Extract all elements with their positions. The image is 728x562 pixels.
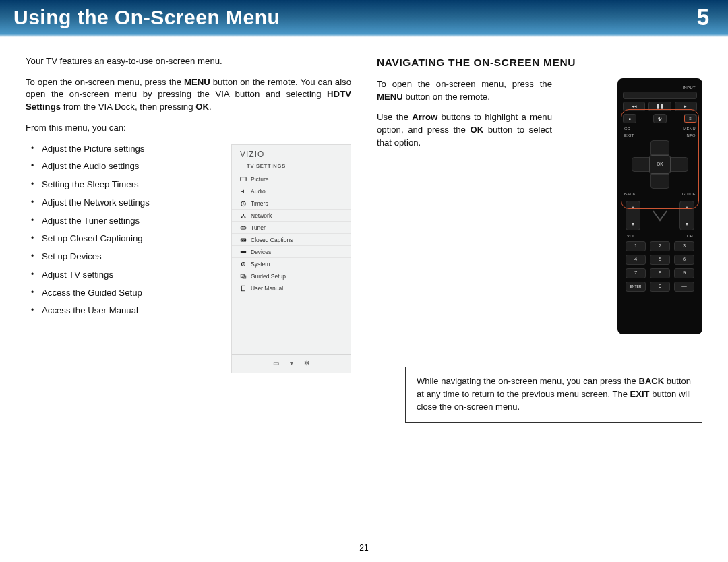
- page-number: 21: [0, 543, 728, 553]
- list-intro: From this menu, you can:: [26, 122, 351, 135]
- feature-list: Adjust the Picture settings Adjust the A…: [26, 143, 219, 317]
- tv-settings-panel: VIZIO TV SETTINGS Picture Audio Timers N…: [231, 144, 351, 373]
- power-button: ⏻: [653, 114, 667, 123]
- note-box: While navigating the on-screen menu, you…: [405, 367, 702, 423]
- devices-icon: [240, 249, 247, 255]
- chapter-header: Using the On-Screen Menu 5: [0, 0, 728, 37]
- list-item: Setting the Sleep Timers: [42, 179, 219, 191]
- channel-rocker: ▴▾: [679, 201, 694, 230]
- dpad: OK: [624, 140, 696, 189]
- tv-menu-item: Guided Setup: [232, 270, 351, 282]
- volume-rocker: ▴▾: [626, 201, 640, 230]
- num-button: 9: [674, 268, 694, 278]
- list-item: Adjust TV settings: [42, 269, 219, 282]
- list-item: Adjust the Picture settings: [42, 143, 219, 156]
- ch-label: CH: [687, 233, 693, 239]
- tv-brand-label: VIZIO: [232, 145, 351, 162]
- tv-menu-item: User Manual: [232, 282, 351, 294]
- svg-rect-8: [241, 251, 246, 253]
- num-button: 5: [650, 255, 670, 265]
- dash-button: —: [674, 282, 694, 292]
- picture-icon: [240, 176, 247, 183]
- exit-label: EXIT: [624, 133, 634, 138]
- audio-icon: [240, 188, 247, 195]
- nav-paragraph-2: Use the Arrow buttons to highlight a men…: [377, 111, 552, 149]
- arrow-left-button: [632, 157, 650, 172]
- list-item: Set up Closed Captioning: [42, 232, 219, 245]
- menu-button: ≡: [684, 114, 697, 123]
- svg-rect-5: [241, 227, 246, 229]
- num-button: 1: [626, 241, 646, 251]
- svg-rect-0: [241, 177, 246, 181]
- cc-icon: CC: [240, 237, 247, 243]
- vol-label: VOL: [627, 233, 636, 239]
- gear-icon: ✻: [304, 358, 309, 368]
- tv-menu-item: Devices: [232, 245, 351, 257]
- num-button: 8: [650, 268, 670, 278]
- list-item: Adjust the Tuner settings: [42, 215, 219, 228]
- tv-menu-item: Picture: [232, 173, 351, 185]
- info-label: INFO: [686, 133, 696, 138]
- cc-label: CC: [624, 126, 630, 131]
- system-icon: [240, 261, 247, 268]
- network-icon: [240, 212, 247, 219]
- chapter-title: Using the On-Screen Menu: [13, 6, 280, 29]
- svg-rect-13: [242, 286, 245, 291]
- wide-icon: ▭: [273, 358, 279, 368]
- chevron-down-icon: ▾: [290, 358, 293, 368]
- manual-icon: [240, 285, 247, 292]
- list-item: Adjust the Network settings: [42, 197, 219, 210]
- guided-setup-icon: [240, 273, 247, 280]
- list-item: Access the User Manual: [42, 305, 219, 317]
- tv-menu-item: System: [232, 257, 351, 270]
- nav-paragraph-1: To open the on-screen menu, press the ME…: [377, 78, 552, 103]
- timers-icon: [240, 200, 247, 207]
- input-label: INPUT: [683, 85, 696, 90]
- v-logo-icon: [646, 208, 673, 223]
- number-pad: 123 456 789 ENTER0—: [626, 241, 694, 292]
- tuner-icon: [240, 224, 247, 231]
- play-button: ▸: [675, 102, 697, 111]
- num-button: 0: [650, 282, 670, 292]
- tv-menu-item: Audio: [232, 185, 351, 197]
- tv-menu-item: Network: [232, 209, 351, 221]
- list-item: Adjust the Audio settings: [42, 160, 219, 173]
- num-button: 2: [650, 241, 670, 251]
- ok-button: OK: [649, 155, 671, 174]
- right-column: NAVIGATING THE ON-SCREEN MENU To open th…: [377, 55, 702, 423]
- num-button: 4: [626, 255, 646, 265]
- cc-button: ■: [623, 114, 636, 123]
- tv-settings-heading: TV SETTINGS: [232, 162, 351, 173]
- list-item: Set up Devices: [42, 251, 219, 263]
- pause-button: ❚❚: [648, 102, 671, 111]
- section-heading: NAVIGATING THE ON-SCREEN MENU: [377, 55, 702, 70]
- num-button: 7: [626, 268, 646, 278]
- svg-text:CC: CC: [241, 239, 245, 241]
- remote-illustration: INPUT ◂◂ ❚❚ ▸ ■ ⏻ ≡ CCMENU EXITINFO: [617, 78, 702, 334]
- tv-panel-bottom-bar: ▭ ▾ ✻: [232, 354, 351, 369]
- arrow-down-button: [650, 174, 669, 189]
- intro-paragraph-2: To open the on-screen menu, press the ME…: [26, 76, 351, 114]
- menu-label: MENU: [683, 126, 696, 131]
- enter-button: ENTER: [626, 282, 646, 292]
- guide-label: GUIDE: [682, 191, 696, 197]
- num-button: 3: [674, 241, 694, 251]
- chapter-number: 5: [697, 5, 709, 30]
- list-item: Access the Guided Setup: [42, 287, 219, 300]
- tv-menu-item: Timers: [232, 197, 351, 209]
- tv-menu-item: Tuner: [232, 221, 351, 233]
- arrow-up-button: [650, 140, 669, 155]
- intro-paragraph-1: Your TV features an easy-to-use on-scree…: [26, 55, 351, 68]
- back-label: BACK: [624, 191, 636, 197]
- left-column: Your TV features an easy-to-use on-scree…: [26, 55, 351, 423]
- num-button: 6: [674, 255, 694, 265]
- arrow-right-button: [669, 157, 688, 172]
- rewind-button: ◂◂: [623, 102, 645, 111]
- tv-menu-item: CCClosed Captions: [232, 233, 351, 245]
- input-button: [623, 92, 697, 99]
- svg-point-10: [243, 263, 244, 265]
